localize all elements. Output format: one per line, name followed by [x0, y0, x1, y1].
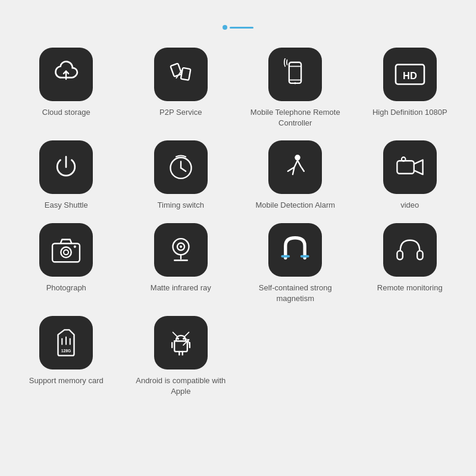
line-decoration [230, 27, 253, 29]
icon-box-android-apple [154, 316, 208, 369]
icon-box-timing-switch [154, 140, 208, 194]
title-decoration [223, 25, 253, 30]
svg-point-13 [295, 155, 300, 160]
feature-label-p2p-service: P2P Service [159, 107, 202, 118]
feature-label-photograph: Photograph [46, 283, 86, 293]
svg-line-39 [173, 332, 177, 336]
icon-box-mobile-detection [268, 140, 322, 194]
feature-label-video: video [400, 200, 419, 211]
svg-point-19 [74, 245, 76, 248]
feature-label-magnetism: Self-contained strong magnetism [241, 283, 350, 304]
page: Cloud storage P2P Service Mobile Telepho… [0, 0, 476, 476]
icon-box-video [383, 140, 437, 194]
feature-label-remote-monitoring: Remote monitoring [377, 283, 443, 293]
feature-item-remote-monitoring: Remote monitoring [356, 223, 465, 304]
svg-text:HD: HD [403, 70, 417, 81]
feature-label-hd-1080p: High Definition 1080P [372, 107, 447, 118]
feature-label-timing-switch: Timing switch [158, 200, 204, 211]
feature-item-cloud-storage: Cloud storage [12, 48, 121, 129]
svg-text:128G: 128G [61, 349, 71, 353]
svg-rect-3 [181, 68, 191, 80]
icon-box-p2p-service [154, 48, 208, 101]
feature-label-matte-infrared: Matte infrared ray [151, 283, 211, 293]
feature-label-android-apple: Android is compatible with Apple [127, 375, 236, 397]
feature-item-timing-switch: Timing switch [127, 140, 236, 211]
feature-item-hd-1080p: HD High Definition 1080P [356, 48, 465, 129]
feature-label-mobile-telephone: Mobile Telephone Remote Controller [241, 107, 350, 129]
icon-box-cloud-storage [39, 48, 93, 101]
feature-item-mobile-detection: Mobile Detection Alarm [241, 140, 350, 211]
svg-line-40 [185, 332, 189, 336]
svg-point-22 [180, 245, 182, 248]
feature-label-mobile-detection: Mobile Detection Alarm [255, 200, 335, 211]
icon-box-memory-card: 128G [39, 316, 93, 369]
svg-point-33 [177, 338, 178, 340]
feature-item-p2p-service: P2P Service [127, 48, 236, 129]
feature-label-cloud-storage: Cloud storage [42, 107, 90, 118]
svg-line-12 [181, 168, 186, 171]
feature-item-easy-shuttle: Easy Shuttle [12, 140, 121, 211]
icon-box-remote-monitoring [383, 223, 437, 277]
svg-rect-28 [417, 250, 422, 259]
svg-point-18 [64, 250, 68, 255]
icon-box-hd-1080p: HD [383, 48, 437, 101]
features-grid: Cloud storage P2P Service Mobile Telepho… [12, 48, 464, 397]
feature-item-android-apple: Android is compatible with Apple [127, 316, 236, 397]
svg-rect-27 [397, 250, 402, 259]
icon-box-mobile-telephone [268, 48, 322, 101]
icon-box-easy-shuttle [39, 140, 93, 194]
feature-item-magnetism: Self-contained strong magnetism [241, 223, 350, 304]
svg-rect-14 [397, 161, 414, 174]
icon-box-magnetism [268, 223, 322, 277]
icon-box-matte-infrared [154, 223, 208, 277]
feature-item-matte-infrared: Matte infrared ray [127, 223, 236, 304]
svg-point-7 [295, 82, 296, 84]
icon-box-photograph [39, 223, 93, 277]
feature-item-photograph: Photograph [12, 223, 121, 304]
svg-rect-1 [170, 63, 181, 76]
feature-item-memory-card: 128G Support memory card [12, 316, 121, 397]
feature-label-memory-card: Support memory card [29, 375, 104, 386]
dot-icon [223, 25, 227, 30]
feature-label-easy-shuttle: Easy Shuttle [45, 200, 88, 211]
svg-line-43 [184, 339, 189, 340]
feature-item-mobile-telephone: Mobile Telephone Remote Controller [241, 48, 350, 129]
feature-item-video: video [356, 140, 465, 211]
svg-point-17 [61, 247, 71, 258]
